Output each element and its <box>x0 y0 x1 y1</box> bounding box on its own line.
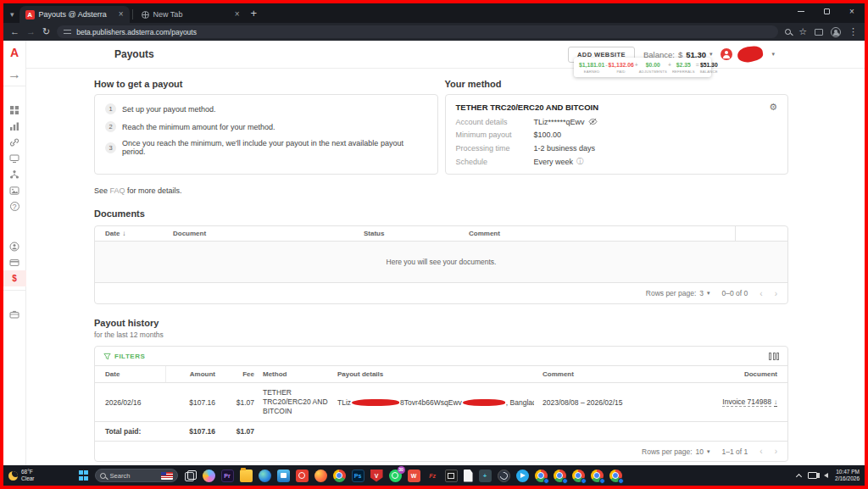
sidebar-item-jobs[interactable] <box>3 306 26 322</box>
chrome-profile-3-icon[interactable] <box>572 470 585 482</box>
taskbar-search[interactable]: Search <box>95 469 178 482</box>
sidebar-item-referrals[interactable] <box>3 166 26 182</box>
howto-step: 3 Once you reach the minimum, we'll incl… <box>105 139 427 156</box>
telegram-icon[interactable] <box>516 470 529 482</box>
col-document[interactable]: Document <box>706 370 777 378</box>
method-row-processing: Processing time 1-2 business days <box>456 144 778 153</box>
chrome-icon[interactable] <box>333 470 346 482</box>
site-info-icon[interactable] <box>64 29 71 35</box>
chrome-profile-4-icon[interactable] <box>591 470 604 482</box>
url-text[interactable]: beta.publishers.adsterra.com/payouts <box>76 28 197 36</box>
col-comment[interactable]: Comment <box>534 370 706 378</box>
balance-item-earned: $1,181.01 EARNED <box>579 62 604 74</box>
col-date[interactable]: Date↓ <box>105 230 173 237</box>
whatsapp-icon[interactable]: 30 <box>389 470 402 482</box>
sidebar-item-help[interactable]: ? <box>3 198 26 214</box>
col-comment[interactable]: Comment <box>469 230 735 237</box>
photoshop-icon[interactable]: Ps <box>352 470 364 482</box>
chrome-profile-1-icon[interactable] <box>535 470 548 482</box>
tab-close-icon[interactable]: × <box>119 10 124 19</box>
rows-per-page-select[interactable]: 3 <box>699 289 704 297</box>
col-amount[interactable]: Amount <box>166 370 215 378</box>
col-document[interactable]: Document <box>173 230 364 237</box>
task-view-icon[interactable] <box>184 470 197 482</box>
faq-link[interactable]: FAQ <box>110 186 125 195</box>
forward-icon[interactable]: → <box>26 27 36 36</box>
sidebar-item-creatives[interactable] <box>3 182 26 198</box>
minimize-button[interactable] <box>788 3 814 19</box>
copilot-icon[interactable] <box>203 470 215 482</box>
maximize-button[interactable] <box>814 3 839 19</box>
edge-icon[interactable] <box>259 470 271 482</box>
side-panel-icon[interactable] <box>815 29 823 36</box>
zoom-search-icon[interactable] <box>785 29 791 35</box>
chevron-down-icon[interactable]: ▾ <box>707 290 710 297</box>
user-avatar[interactable] <box>721 48 732 60</box>
col-method[interactable]: Method <box>254 370 329 378</box>
back-icon[interactable]: ← <box>10 27 19 36</box>
eye-off-icon[interactable] <box>588 118 598 125</box>
col-fee[interactable]: Fee <box>215 370 254 378</box>
weather-widget[interactable]: 68°FClear <box>8 469 35 482</box>
sidebar-item-statistics[interactable] <box>3 118 26 134</box>
col-date[interactable]: Date <box>105 366 166 382</box>
adsterra-logo[interactable]: A <box>8 47 21 59</box>
next-page-icon[interactable]: › <box>775 289 777 298</box>
chevron-down-icon[interactable]: ▾ <box>707 448 710 455</box>
invoice-link[interactable]: Invoice 714988 <box>722 397 771 407</box>
address-bar[interactable]: beta.publishers.adsterra.com/payouts <box>57 25 778 38</box>
tray-chevron-up-icon[interactable] <box>796 473 802 479</box>
volume-icon[interactable] <box>824 473 828 478</box>
start-button[interactable] <box>79 470 89 481</box>
browser-menu-icon[interactable]: ⋮ <box>849 27 858 36</box>
page-body: How to get a payout 1 Set up your payout… <box>26 69 865 465</box>
tab-search-caret-icon[interactable]: ▾ <box>7 10 19 23</box>
vpn-shield-icon[interactable]: V <box>370 470 383 482</box>
new-tab-button[interactable]: + <box>246 7 264 23</box>
sidebar-item-payment-method[interactable] <box>3 254 26 270</box>
col-status[interactable]: Status <box>364 230 469 237</box>
red-app-icon[interactable] <box>296 470 309 482</box>
prev-page-icon[interactable]: ‹ <box>760 447 762 456</box>
filezilla-icon[interactable]: Fz <box>426 470 439 482</box>
sidebar-item-websites[interactable] <box>3 150 26 166</box>
gear-icon[interactable]: ⚙ <box>769 102 777 113</box>
rows-per-page-select[interactable]: 10 <box>696 447 704 456</box>
file-explorer-icon[interactable] <box>240 470 253 482</box>
sidebar-item-dashboard[interactable] <box>3 102 26 118</box>
chrome-profile-5-icon[interactable] <box>609 470 622 482</box>
obs-studio-icon[interactable] <box>498 470 510 482</box>
col-payout-details[interactable]: Payout details <box>329 370 534 378</box>
reload-icon[interactable]: ↻ <box>42 27 50 36</box>
snipping-tool-icon[interactable]: + <box>479 470 492 482</box>
chevron-down-icon[interactable]: ▾ <box>709 51 713 58</box>
wondershare-icon[interactable]: W <box>408 470 420 482</box>
filters-button[interactable]: FILTERS <box>103 353 145 360</box>
account-menu-chevron-icon[interactable]: ▾ <box>771 51 775 58</box>
chrome-profile-2-icon[interactable] <box>554 470 566 482</box>
firefox-icon[interactable] <box>314 470 327 482</box>
browser-profile-avatar[interactable] <box>831 27 841 37</box>
prev-page-icon[interactable]: ‹ <box>760 289 762 298</box>
tab-close-icon[interactable]: × <box>235 10 240 19</box>
tab-new-tab[interactable]: New Tab × <box>136 6 246 23</box>
premiere-pro-icon[interactable]: Pr <box>221 470 234 482</box>
clock[interactable]: 10:47 PM2/16/2026 <box>835 469 860 483</box>
sidebar-collapse-icon[interactable]: → <box>3 66 26 82</box>
sidebar-item-profile[interactable] <box>3 238 26 254</box>
info-icon[interactable]: ⓘ <box>576 157 584 167</box>
sidebar-item-payouts[interactable]: $ <box>3 270 26 286</box>
network-icon[interactable] <box>808 472 817 479</box>
close-window-button[interactable]: × <box>839 3 865 19</box>
tab-payouts-adsterra[interactable]: A Payouts @ Adsterra × <box>19 6 130 23</box>
terminal-icon[interactable] <box>445 470 458 482</box>
column-settings-icon[interactable] <box>769 353 779 360</box>
bookmark-star-icon[interactable]: ☆ <box>798 27 807 36</box>
sidebar-item-direct-links[interactable] <box>3 134 26 150</box>
next-page-icon[interactable]: › <box>775 447 777 456</box>
sort-desc-icon[interactable]: ↓ <box>122 230 125 237</box>
notepad-icon[interactable] <box>464 470 473 482</box>
download-icon[interactable]: ↓ <box>774 399 777 408</box>
microsoft-store-icon[interactable] <box>277 470 290 482</box>
payout-history-table: FILTERS Date Amount Fee Method Payout de… <box>94 346 788 462</box>
